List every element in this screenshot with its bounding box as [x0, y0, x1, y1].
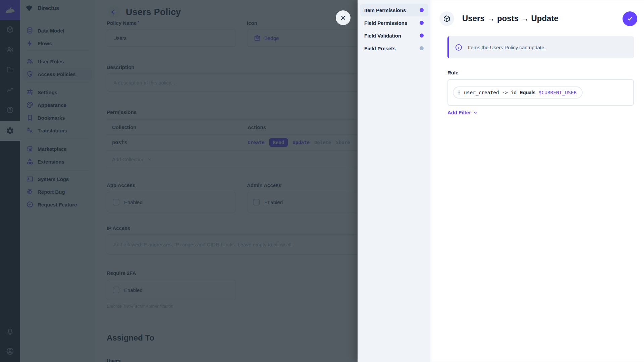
status-dot: [420, 46, 424, 50]
add-filter-button[interactable]: Add Filter: [447, 110, 478, 115]
cube-icon: [443, 15, 451, 23]
chevron-down-icon: [473, 110, 478, 115]
tab-field-presets[interactable]: Field Presets: [360, 42, 428, 55]
status-dot: [420, 34, 424, 38]
save-button[interactable]: [623, 11, 637, 26]
filter-rule[interactable]: user_created -> id Equals $CURRENT_USER: [453, 86, 583, 99]
check-icon: [626, 15, 634, 22]
rule-label: Rule: [447, 70, 459, 75]
status-dot: [420, 21, 424, 25]
filter-value[interactable]: $CURRENT_USER: [539, 90, 577, 95]
info-icon: [455, 44, 463, 51]
close-icon: [340, 14, 346, 21]
filter-field[interactable]: user_created -> id: [464, 90, 517, 95]
drawer-nav: Item Permissions Field Permissions Field…: [358, 0, 430, 362]
drawer-header-avatar: [439, 11, 454, 26]
rule-box: user_created -> id Equals $CURRENT_USER: [447, 79, 634, 106]
status-dot: [420, 8, 424, 12]
info-banner: Items the Users Policy can update.: [447, 36, 634, 58]
permissions-drawer: Item Permissions Field Permissions Field…: [358, 0, 644, 362]
filter-operator[interactable]: Equals: [520, 90, 536, 95]
drawer-title: Users → posts → Update: [462, 14, 558, 23]
drag-handle-icon[interactable]: [457, 90, 461, 95]
tab-field-permissions[interactable]: Field Permissions: [360, 16, 428, 29]
tab-field-validation[interactable]: Field Validation: [360, 29, 428, 42]
drawer-main: Users → posts → Update Items the Users P…: [430, 0, 644, 362]
tab-item-permissions[interactable]: Item Permissions: [360, 4, 428, 16]
drawer-close-button[interactable]: [336, 10, 351, 25]
directus-app: Directus Data Model Flows User Roles Acc…: [0, 0, 644, 362]
info-banner-text: Items the Users Policy can update.: [468, 45, 546, 50]
